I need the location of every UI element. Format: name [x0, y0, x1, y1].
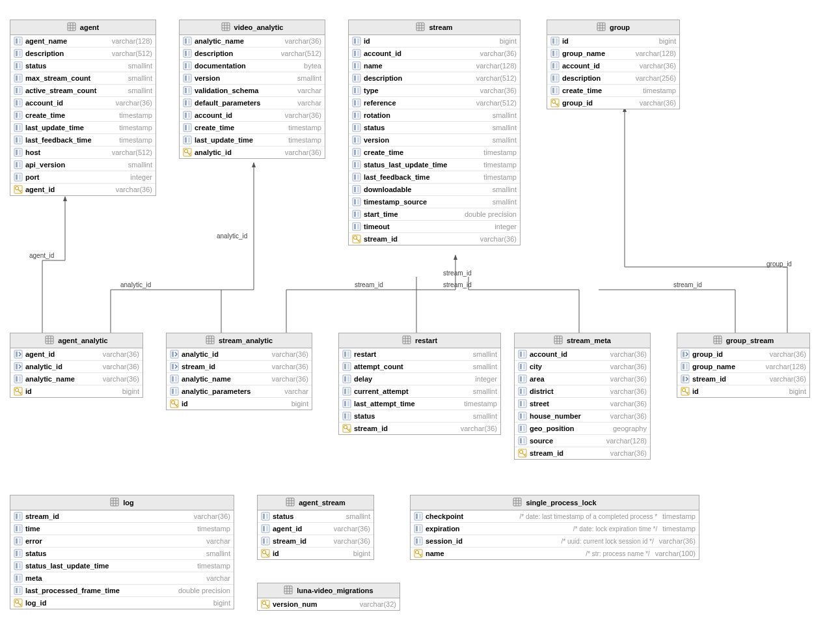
column-row[interactable]: current_attempt smallint [339, 385, 500, 398]
column-row[interactable]: agent_id varchar(36) [10, 348, 142, 361]
table-luna_video_migrations[interactable]: luna-video_migrations version_num varcha… [257, 583, 400, 611]
column-row[interactable]: expiration /* date: lock expiration time… [411, 523, 699, 535]
column-row[interactable]: time timestamp [10, 523, 234, 535]
column-row[interactable]: district varchar(36) [515, 385, 650, 398]
column-row[interactable]: stream_id varchar(36) [258, 535, 373, 548]
column-row[interactable]: timeout integer [349, 221, 520, 233]
table-video_analytic[interactable]: video_analytic analytic_name varchar(36)… [179, 20, 325, 159]
column-row[interactable]: description varchar(512) [349, 72, 520, 85]
column-row[interactable]: max_stream_count smallint [10, 72, 156, 85]
column-row[interactable]: type varchar(36) [349, 85, 520, 97]
column-row[interactable]: source varchar(128) [515, 435, 650, 447]
column-row[interactable]: stream_id varchar(36) [167, 361, 312, 373]
table-restart[interactable]: restart restart smallint attempt_count s… [338, 333, 501, 435]
column-row[interactable]: last_update_time timestamp [180, 134, 325, 146]
column-row[interactable]: reference varchar(512) [349, 97, 520, 109]
column-row[interactable]: geo_position geography [515, 423, 650, 435]
column-row[interactable]: status_last_update_time timestamp [10, 560, 234, 572]
table-agent_stream[interactable]: agent_stream status smallint agent_id va… [257, 495, 374, 560]
column-row[interactable]: stream_id varchar(36) [515, 447, 650, 459]
column-row[interactable]: id bigint [10, 385, 142, 397]
column-row[interactable]: agent_id varchar(36) [258, 523, 373, 535]
column-row[interactable]: id bigint [167, 398, 312, 410]
column-row[interactable]: id bigint [349, 35, 520, 48]
column-row[interactable]: area varchar(36) [515, 373, 650, 385]
column-row[interactable]: last_feedback_time timestamp [10, 134, 156, 146]
column-row[interactable]: last_update_time timestamp [10, 122, 156, 134]
table-stream_meta[interactable]: stream_meta account_id varchar(36) city … [514, 333, 651, 460]
column-row[interactable]: name varchar(128) [349, 60, 520, 72]
table-stream_analytic[interactable]: stream_analytic analytic_id varchar(36) … [166, 333, 312, 410]
column-row[interactable]: id bigint [547, 35, 679, 48]
column-row[interactable]: version smallint [349, 134, 520, 146]
column-row[interactable]: default_parameters varchar [180, 97, 325, 109]
column-row[interactable]: analytic_name varchar(36) [180, 35, 325, 48]
column-row[interactable]: session_id /* uuid: current lock session… [411, 535, 699, 548]
column-row[interactable]: error varchar [10, 535, 234, 548]
table-group_stream[interactable]: group_stream group_id varchar(36) group_… [677, 333, 810, 398]
column-row[interactable]: active_stream_count smallint [10, 85, 156, 97]
column-row[interactable]: attempt_count smallint [339, 361, 500, 373]
column-row[interactable]: account_id varchar(36) [547, 60, 679, 72]
column-row[interactable]: stream_id varchar(36) [349, 233, 520, 245]
column-row[interactable]: last_attempt_time timestamp [339, 398, 500, 410]
column-row[interactable]: group_id varchar(36) [677, 348, 809, 361]
column-row[interactable]: status smallint [10, 60, 156, 72]
table-stream[interactable]: stream id bigint account_id varchar(36) … [348, 20, 521, 245]
column-row[interactable]: description varchar(512) [10, 48, 156, 60]
column-row[interactable]: timestamp_source smallint [349, 196, 520, 208]
table-single_process_lock[interactable]: single_process_lock checkpoint /* date: … [410, 495, 699, 560]
column-row[interactable]: status smallint [349, 122, 520, 134]
column-row[interactable]: version_num varchar(32) [258, 598, 400, 610]
column-row[interactable]: analytic_name varchar(36) [167, 373, 312, 385]
column-row[interactable]: checkpoint /* date: last timestamp of a … [411, 510, 699, 523]
column-row[interactable]: stream_id varchar(36) [677, 373, 809, 385]
column-row[interactable]: account_id varchar(36) [180, 109, 325, 122]
column-row[interactable]: group_name varchar(128) [547, 48, 679, 60]
column-row[interactable]: delay integer [339, 373, 500, 385]
column-row[interactable]: id bigint [677, 385, 809, 397]
column-row[interactable]: analytic_name varchar(36) [10, 373, 142, 385]
column-row[interactable]: account_id varchar(36) [349, 48, 520, 60]
column-row[interactable]: api_version smallint [10, 159, 156, 171]
column-row[interactable]: description varchar(512) [180, 48, 325, 60]
column-row[interactable]: status_last_update_time timestamp [349, 159, 520, 171]
column-row[interactable]: analytic_id varchar(36) [10, 361, 142, 373]
column-row[interactable]: agent_name varchar(128) [10, 35, 156, 48]
column-row[interactable]: create_time timestamp [10, 109, 156, 122]
column-row[interactable]: stream_id varchar(36) [339, 423, 500, 434]
column-row[interactable]: create_time timestamp [349, 146, 520, 159]
column-row[interactable]: status smallint [10, 548, 234, 560]
table-group[interactable]: group id bigint group_name varchar(128) … [547, 20, 680, 109]
column-row[interactable]: agent_id varchar(36) [10, 184, 156, 195]
column-row[interactable]: port integer [10, 171, 156, 184]
column-row[interactable]: log_id bigint [10, 597, 234, 609]
column-row[interactable]: id bigint [258, 548, 373, 559]
column-row[interactable]: analytic_id varchar(36) [180, 146, 325, 158]
column-row[interactable]: analytic_parameters varchar [167, 385, 312, 398]
column-row[interactable]: last_processed_frame_time double precisi… [10, 585, 234, 597]
column-row[interactable]: stream_id varchar(36) [10, 510, 234, 523]
table-agent_analytic[interactable]: agent_analytic agent_id varchar(36) anal… [10, 333, 143, 398]
column-row[interactable]: analytic_id varchar(36) [167, 348, 312, 361]
column-row[interactable]: status smallint [339, 410, 500, 423]
column-row[interactable]: create_time timestamp [547, 85, 679, 97]
column-row[interactable]: version smallint [180, 72, 325, 85]
column-row[interactable]: house_number varchar(36) [515, 410, 650, 423]
column-row[interactable]: meta varchar [10, 572, 234, 585]
column-row[interactable]: status smallint [258, 510, 373, 523]
column-row[interactable]: account_id varchar(36) [515, 348, 650, 361]
column-row[interactable]: documentation bytea [180, 60, 325, 72]
column-row[interactable]: name /* str: process name */ varchar(100… [411, 548, 699, 559]
column-row[interactable]: create_time timestamp [180, 122, 325, 134]
table-agent[interactable]: agent agent_name varchar(128) descriptio… [10, 20, 156, 196]
column-row[interactable]: description varchar(256) [547, 72, 679, 85]
column-row[interactable]: street varchar(36) [515, 398, 650, 410]
column-row[interactable]: start_time double precision [349, 208, 520, 221]
column-row[interactable]: group_id varchar(36) [547, 97, 679, 109]
column-row[interactable]: city varchar(36) [515, 361, 650, 373]
column-row[interactable]: restart smallint [339, 348, 500, 361]
column-row[interactable]: host varchar(512) [10, 146, 156, 159]
column-row[interactable]: validation_schema varchar [180, 85, 325, 97]
column-row[interactable]: rotation smallint [349, 109, 520, 122]
